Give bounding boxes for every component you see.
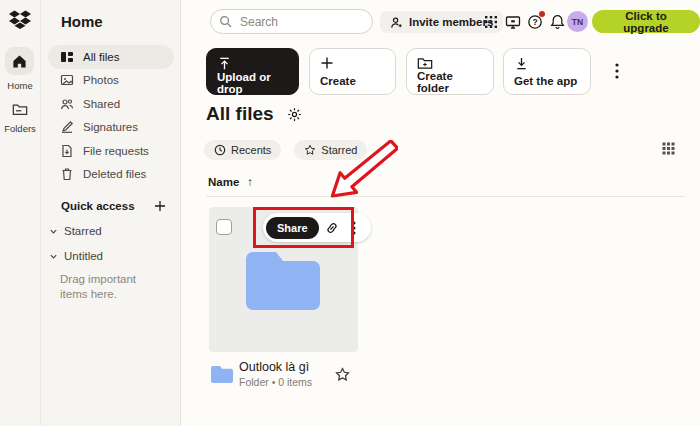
dropbox-logo-icon[interactable] <box>9 10 31 30</box>
sidebar-section-label: Starred <box>64 225 102 237</box>
search-icon <box>219 15 232 28</box>
sidebar-item-label: Signatures <box>83 121 138 133</box>
file-requests-icon <box>60 144 74 158</box>
list-divider <box>206 196 685 197</box>
filter-starred[interactable]: Starred <box>294 140 367 160</box>
sidebar: Home All files Photos Shared <box>41 0 181 426</box>
gear-icon[interactable] <box>287 107 302 122</box>
create-button[interactable]: Create <box>309 48 396 95</box>
invite-members-label: Invite members <box>409 16 493 28</box>
name-column-label: Name <box>208 176 239 188</box>
upload-or-drop-label: Upload or drop <box>217 71 288 95</box>
search-box <box>210 9 373 34</box>
app-rail: Home Folders <box>0 0 41 426</box>
copy-link-icon[interactable] <box>323 219 341 237</box>
sidebar-nav: All files Photos Shared Signatures <box>48 45 174 186</box>
main-area: Invite members ? TN Click to upgrade Upl… <box>181 0 700 426</box>
filter-starred-label: Starred <box>321 144 357 156</box>
sidebar-section-untitled[interactable]: Untitled <box>49 250 103 262</box>
desktop-app-button[interactable] <box>504 13 522 31</box>
page-title: All files <box>206 103 274 125</box>
sidebar-section-label: Untitled <box>64 250 103 262</box>
upload-or-drop-button[interactable]: Upload or drop <box>206 48 299 95</box>
photos-icon <box>60 73 74 87</box>
search-input[interactable] <box>238 14 364 30</box>
signatures-icon <box>60 120 74 134</box>
all-files-icon <box>60 50 74 64</box>
help-button[interactable]: ? <box>526 13 544 31</box>
shared-icon <box>60 97 74 111</box>
quick-access-header: Quick access <box>61 200 166 212</box>
apps-grid-button[interactable] <box>482 13 500 31</box>
avatar[interactable]: TN <box>567 11 588 32</box>
rail-folders-button[interactable] <box>12 102 28 116</box>
sidebar-item-photos[interactable]: Photos <box>48 69 174 93</box>
upload-icon <box>217 56 288 71</box>
download-icon <box>514 56 580 71</box>
share-button[interactable]: Share <box>266 217 319 239</box>
sort-ascending-arrow: ↑ <box>247 176 253 188</box>
hover-toolbar: Share <box>263 213 371 242</box>
sidebar-item-all-files[interactable]: All files <box>48 45 174 69</box>
create-label: Create <box>320 75 385 87</box>
trash-icon <box>60 167 74 181</box>
sidebar-title: Home <box>61 13 103 30</box>
create-folder-label: Create folder <box>417 70 483 94</box>
chevron-down-icon <box>49 252 58 261</box>
plus-icon <box>320 56 385 70</box>
sidebar-item-label: Shared <box>83 98 120 110</box>
folder-plus-icon <box>417 56 483 70</box>
sidebar-item-shared[interactable]: Shared <box>48 92 174 116</box>
sort-by-name-header[interactable]: Name ↑ <box>208 176 253 188</box>
file-title[interactable]: Outlook là gì <box>239 360 309 374</box>
folder-checkbox[interactable] <box>216 219 232 235</box>
star-icon <box>304 144 316 156</box>
upgrade-button[interactable]: Click to upgrade <box>592 10 700 33</box>
sidebar-item-file-requests[interactable]: File requests <box>48 139 174 163</box>
person-plus-icon <box>390 16 403 29</box>
sidebar-item-label: File requests <box>83 145 149 157</box>
folders-icon <box>12 102 28 116</box>
sidebar-item-deleted-files[interactable]: Deleted files <box>48 163 174 187</box>
sidebar-item-label: Photos <box>83 74 119 86</box>
file-meta: Folder • 0 items <box>239 376 312 388</box>
star-outline-icon[interactable] <box>335 367 350 382</box>
dropbox-home-screen: Home Folders Home All files Photos <box>0 0 700 426</box>
grid-view-toggle[interactable] <box>662 142 675 155</box>
folder-thumbnail-icon <box>246 252 320 310</box>
rail-home-button[interactable] <box>5 47 34 75</box>
filter-recents-label: Recents <box>231 144 271 156</box>
more-actions-button[interactable] <box>609 60 625 82</box>
rail-home-label: Home <box>0 80 40 91</box>
clock-icon <box>214 144 226 156</box>
folder-small-icon <box>211 366 233 383</box>
home-icon <box>12 54 27 69</box>
quick-access-label: Quick access <box>61 200 135 212</box>
svg-text:?: ? <box>532 17 537 27</box>
sidebar-item-signatures[interactable]: Signatures <box>48 116 174 140</box>
filter-recents[interactable]: Recents <box>204 140 281 160</box>
sidebar-item-label: Deleted files <box>83 168 146 180</box>
chevron-down-icon <box>49 227 58 236</box>
sidebar-section-starred[interactable]: Starred <box>49 225 102 237</box>
more-options-icon[interactable] <box>345 219 363 237</box>
create-folder-button[interactable]: Create folder <box>406 48 494 95</box>
notification-dot <box>539 11 545 17</box>
rail-folders-label: Folders <box>0 123 40 134</box>
notifications-bell-button[interactable] <box>548 13 566 31</box>
quick-access-add-button[interactable] <box>154 200 166 212</box>
get-the-app-button[interactable]: Get the app <box>503 48 591 95</box>
sidebar-item-label: All files <box>83 51 119 63</box>
get-the-app-label: Get the app <box>514 75 580 87</box>
drag-hint-text: Drag important items here. <box>60 272 164 302</box>
